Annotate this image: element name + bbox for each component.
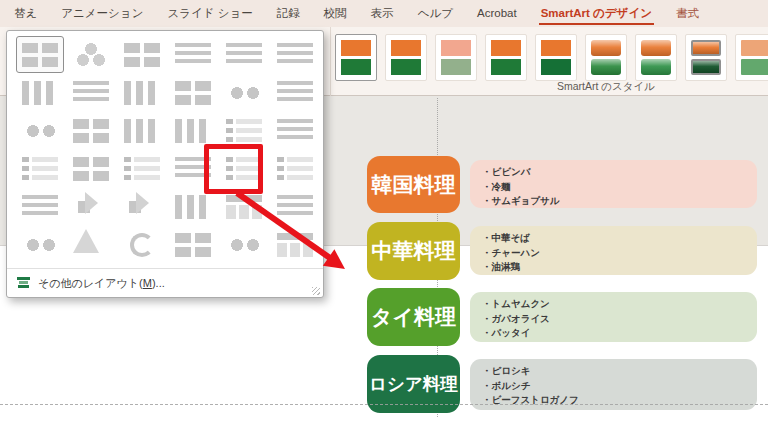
layout-thumbnail[interactable] bbox=[118, 150, 166, 187]
layout-thumbnail[interactable] bbox=[67, 188, 115, 225]
smartart-style-thumbnail[interactable] bbox=[635, 34, 677, 81]
smartart-style-thumbnail[interactable] bbox=[585, 34, 627, 81]
list-item: ・冷麺 bbox=[482, 180, 757, 195]
smartart-style-thumbnail[interactable] bbox=[535, 34, 577, 81]
tab-transitions[interactable]: 替え bbox=[2, 0, 49, 27]
layout-thumbnail[interactable] bbox=[16, 226, 64, 263]
smartart-styles-group: SmartArt のスタイル bbox=[330, 27, 768, 96]
panel-resize-handle[interactable] bbox=[312, 287, 320, 295]
ribbon-tab-row: 替え アニメーション スライド ショー 記録 校閲 表示 ヘルプ Acrobat… bbox=[0, 0, 768, 27]
list-item: ・中華そば bbox=[482, 231, 757, 246]
layout-thumbnail[interactable] bbox=[67, 74, 115, 111]
layout-thumbnail[interactable] bbox=[16, 36, 64, 73]
smartart-shape-content[interactable]: ・中華そば ・チャーハン ・油淋鶏 bbox=[470, 226, 757, 275]
tab-animations[interactable]: アニメーション bbox=[49, 0, 155, 27]
list-item: ・ガパオライス bbox=[482, 312, 757, 327]
styles-group-label: SmartArt のスタイル bbox=[441, 80, 768, 94]
layout-thumbnail[interactable] bbox=[271, 188, 319, 225]
layout-thumbnail[interactable] bbox=[220, 74, 268, 111]
tab-help[interactable]: ヘルプ bbox=[406, 0, 465, 27]
layout-thumbnail[interactable] bbox=[271, 226, 319, 263]
layout-thumbnail[interactable] bbox=[16, 74, 64, 111]
smartart-style-thumbnail[interactable] bbox=[685, 34, 727, 81]
list-item: ・ビーフストロガノフ bbox=[482, 393, 757, 408]
smartart-shape-content[interactable]: ・ビビンバ ・冷麺 ・サムギョプサル bbox=[470, 160, 757, 208]
smartart-style-thumbnail[interactable] bbox=[435, 34, 477, 81]
more-layouts-label: その他のレイアウト(M)... bbox=[38, 276, 165, 291]
layout-thumbnail[interactable] bbox=[67, 112, 115, 149]
layout-thumbnail[interactable] bbox=[220, 226, 268, 263]
tab-slideshow[interactable]: スライド ショー bbox=[155, 0, 264, 27]
layout-thumbnail[interactable] bbox=[271, 74, 319, 111]
layout-thumbnail[interactable] bbox=[16, 112, 64, 149]
layout-thumbnail[interactable] bbox=[169, 74, 217, 111]
layout-thumbnail[interactable] bbox=[16, 150, 64, 187]
powerpoint-window: 替え アニメーション スライド ショー 記録 校閲 表示 ヘルプ Acrobat… bbox=[0, 0, 768, 424]
horizontal-guide-line bbox=[0, 404, 768, 405]
smartart-shape-content[interactable]: ・ピロシキ ・ボルシチ ・ビーフストロガノフ bbox=[470, 359, 757, 410]
tab-acrobat[interactable]: Acrobat bbox=[465, 0, 529, 27]
tab-view[interactable]: 表示 bbox=[359, 0, 406, 27]
more-layouts-icon bbox=[17, 277, 30, 289]
list-item: ・ピロシキ bbox=[482, 364, 757, 379]
styles-gallery bbox=[335, 34, 768, 81]
tab-smartart-design[interactable]: SmartArt のデザイン bbox=[529, 0, 664, 27]
layout-gallery-grid bbox=[16, 36, 318, 264]
layout-thumbnail[interactable] bbox=[118, 188, 166, 225]
layout-thumbnail[interactable] bbox=[271, 112, 319, 149]
smartart-style-thumbnail[interactable] bbox=[335, 34, 377, 81]
smartart-shape-label[interactable]: タイ料理 bbox=[367, 288, 460, 346]
smartart-style-thumbnail[interactable] bbox=[485, 34, 527, 81]
list-item: ・パッタイ bbox=[482, 326, 757, 341]
list-item: ・油淋鶏 bbox=[482, 260, 757, 275]
smartart-shape-label[interactable]: 中華料理 bbox=[367, 222, 460, 280]
layout-thumbnail[interactable] bbox=[67, 150, 115, 187]
layout-thumbnail[interactable] bbox=[169, 226, 217, 263]
smartart-shape-content[interactable]: ・トムヤムクン ・ガパオライス ・パッタイ bbox=[470, 292, 757, 342]
layout-thumbnail[interactable] bbox=[169, 36, 217, 73]
layout-thumbnail[interactable] bbox=[118, 226, 166, 263]
layout-thumbnail[interactable] bbox=[67, 226, 115, 263]
list-item: ・トムヤムクン bbox=[482, 297, 757, 312]
layout-gallery-panel: その他のレイアウト(M)... bbox=[6, 30, 324, 298]
layout-thumbnail[interactable] bbox=[118, 36, 166, 73]
list-item: ・サムギョプサル bbox=[482, 194, 757, 209]
list-item: ・ビビンバ bbox=[482, 165, 757, 180]
tab-record[interactable]: 記録 bbox=[265, 0, 312, 27]
layout-thumbnail[interactable] bbox=[271, 36, 319, 73]
tab-format[interactable]: 書式 bbox=[664, 0, 711, 27]
smartart-style-thumbnail[interactable] bbox=[735, 34, 768, 81]
smartart-shape-label[interactable]: 韓国料理 bbox=[367, 156, 460, 213]
layout-thumbnail[interactable] bbox=[118, 74, 166, 111]
layout-thumbnail[interactable] bbox=[67, 36, 115, 73]
annotation-highlight-box bbox=[204, 144, 263, 194]
list-item: ・チャーハン bbox=[482, 246, 757, 261]
smartart-style-thumbnail[interactable] bbox=[385, 34, 427, 81]
list-item: ・ボルシチ bbox=[482, 379, 757, 394]
layout-thumbnail[interactable] bbox=[16, 188, 64, 225]
layout-thumbnail[interactable] bbox=[220, 36, 268, 73]
layout-thumbnail[interactable] bbox=[118, 112, 166, 149]
layout-thumbnail[interactable] bbox=[271, 150, 319, 187]
tab-review[interactable]: 校閲 bbox=[312, 0, 359, 27]
more-layouts-item[interactable]: その他のレイアウト(M)... bbox=[7, 268, 323, 297]
